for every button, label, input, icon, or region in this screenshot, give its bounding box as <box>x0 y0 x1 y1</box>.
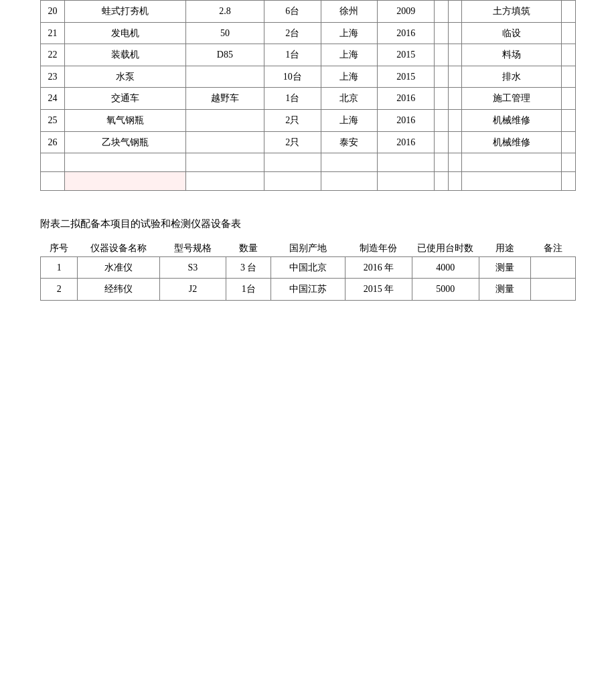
cell-num: 26 <box>41 131 65 153</box>
cell-year: 2016 <box>378 131 435 153</box>
cell-year: 2009 <box>378 1 435 23</box>
cell-note <box>562 109 576 131</box>
cell-note <box>562 1 576 23</box>
cell-model: J2 <box>159 279 226 301</box>
cell-usage: 机械维修 <box>462 131 562 153</box>
cell-num: 1 <box>41 256 78 279</box>
equipment-table-top: 20 蛙式打夯机 2.8 6台 徐州 2009 土方填筑 21 发电机 50 2… <box>40 0 576 191</box>
cell-year: 2015 年 <box>345 279 412 301</box>
cell-model <box>186 131 264 153</box>
cell-empty <box>264 172 321 191</box>
cell-note <box>531 279 576 301</box>
cell-col7 <box>448 1 462 23</box>
cell-note <box>562 131 576 153</box>
top-table-container: 20 蛙式打夯机 2.8 6台 徐州 2009 土方填筑 21 发电机 50 2… <box>40 0 576 191</box>
cell-empty-highlight <box>65 172 186 191</box>
header-col4: 数量 <box>226 241 271 256</box>
section-title: 附表二拟配备本项目的试验和检测仪器设备表 <box>40 218 576 230</box>
cell-num: 21 <box>41 22 65 44</box>
cell-origin: 上海 <box>321 66 378 88</box>
table-row: 26 乙块气钢瓶 2只 泰安 2016 机械维修 <box>41 131 576 153</box>
cell-num: 2 <box>41 279 78 301</box>
header-col1: 序号 <box>41 241 78 256</box>
cell-qty: 3 台 <box>226 256 271 279</box>
cell-empty <box>462 172 562 191</box>
cell-empty <box>41 172 65 191</box>
cell-usage: 测量 <box>479 256 531 279</box>
cell-empty <box>462 153 562 172</box>
cell-origin: 上海 <box>321 22 378 44</box>
header-col6: 制造年份 <box>345 241 412 256</box>
table-row: 23 水泵 10台 上海 2015 排水 <box>41 66 576 88</box>
cell-year: 2015 <box>378 66 435 88</box>
cell-year: 2016 <box>378 109 435 131</box>
cell-empty <box>41 153 65 172</box>
cell-usage: 料场 <box>462 44 562 66</box>
cell-model: D85 <box>186 44 264 66</box>
cell-col7 <box>448 109 462 131</box>
cell-num: 25 <box>41 109 65 131</box>
cell-empty <box>435 153 449 172</box>
cell-empty <box>435 172 449 191</box>
cell-col6 <box>435 109 449 131</box>
cell-hours: 5000 <box>412 279 479 301</box>
cell-name: 经纬仪 <box>78 279 159 301</box>
cell-qty: 10台 <box>264 66 321 88</box>
cell-model <box>186 109 264 131</box>
cell-col6 <box>435 131 449 153</box>
header-col3: 型号规格 <box>159 241 226 256</box>
cell-col6 <box>435 22 449 44</box>
bottom-table-container: 序号 仪器设备名称 型号规格 数量 国别产地 制造年份 已使用台时数 用途 备注… <box>40 241 576 301</box>
cell-empty <box>264 153 321 172</box>
cell-origin: 徐州 <box>321 1 378 23</box>
cell-qty: 2台 <box>264 22 321 44</box>
cell-col7 <box>448 22 462 44</box>
cell-empty <box>378 172 435 191</box>
instrument-table: 序号 仪器设备名称 型号规格 数量 国别产地 制造年份 已使用台时数 用途 备注… <box>40 241 576 301</box>
table-header-row: 序号 仪器设备名称 型号规格 数量 国别产地 制造年份 已使用台时数 用途 备注 <box>41 241 576 256</box>
table-row-empty <box>41 153 576 172</box>
cell-num: 20 <box>41 1 65 23</box>
cell-note <box>562 22 576 44</box>
header-col8: 用途 <box>479 241 531 256</box>
cell-origin: 中国北京 <box>271 256 345 279</box>
cell-model: 2.8 <box>186 1 264 23</box>
cell-col6 <box>435 88 449 110</box>
cell-origin: 上海 <box>321 44 378 66</box>
cell-model <box>186 66 264 88</box>
cell-col6 <box>435 1 449 23</box>
cell-note <box>562 66 576 88</box>
table-row: 2 经纬仪 J2 1台 中国江苏 2015 年 5000 测量 <box>41 279 576 301</box>
cell-name: 蛙式打夯机 <box>65 1 186 23</box>
cell-usage: 临设 <box>462 22 562 44</box>
cell-empty <box>186 153 264 172</box>
cell-year: 2015 <box>378 44 435 66</box>
cell-year: 2016 年 <box>345 256 412 279</box>
cell-name: 水泵 <box>65 66 186 88</box>
cell-qty: 2只 <box>264 109 321 131</box>
cell-empty <box>562 153 576 172</box>
cell-empty <box>186 172 264 191</box>
table-row-empty-highlight <box>41 172 576 191</box>
cell-qty: 1台 <box>226 279 271 301</box>
cell-origin: 中国江苏 <box>271 279 345 301</box>
cell-year: 2016 <box>378 88 435 110</box>
cell-empty <box>378 153 435 172</box>
cell-usage: 排水 <box>462 66 562 88</box>
cell-origin: 泰安 <box>321 131 378 153</box>
cell-usage: 机械维修 <box>462 109 562 131</box>
header-col2: 仪器设备名称 <box>78 241 159 256</box>
cell-model: 50 <box>186 22 264 44</box>
cell-name: 水准仪 <box>78 256 159 279</box>
cell-origin: 北京 <box>321 88 378 110</box>
cell-name: 发电机 <box>65 22 186 44</box>
table-row: 20 蛙式打夯机 2.8 6台 徐州 2009 土方填筑 <box>41 1 576 23</box>
cell-num: 22 <box>41 44 65 66</box>
cell-col7 <box>448 88 462 110</box>
table-row: 1 水准仪 S3 3 台 中国北京 2016 年 4000 测量 <box>41 256 576 279</box>
cell-note <box>562 44 576 66</box>
table-row: 24 交通车 越野车 1台 北京 2016 施工管理 <box>41 88 576 110</box>
cell-qty: 2只 <box>264 131 321 153</box>
cell-note <box>531 256 576 279</box>
cell-col6 <box>435 66 449 88</box>
